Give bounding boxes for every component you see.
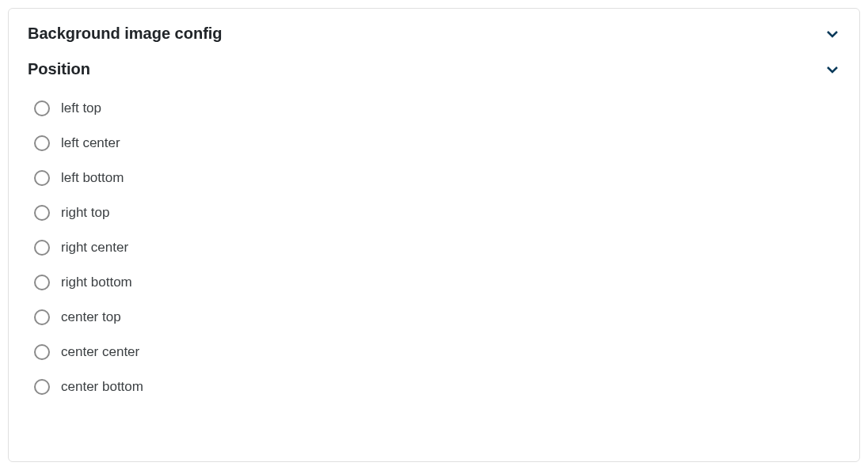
- radio-option-center-top[interactable]: center top: [34, 309, 840, 325]
- main-section-header[interactable]: Background image config: [28, 25, 840, 43]
- radio-option-center-bottom[interactable]: center bottom: [34, 379, 840, 395]
- radio-circle-icon: [34, 135, 50, 151]
- radio-circle-icon: [34, 205, 50, 221]
- radio-label: right top: [61, 205, 109, 221]
- radio-circle-icon: [34, 344, 50, 360]
- radio-label: center top: [61, 309, 121, 325]
- radio-label: left top: [61, 100, 101, 116]
- position-section-header[interactable]: Position: [28, 60, 840, 78]
- radio-circle-icon: [34, 379, 50, 395]
- radio-circle-icon: [34, 170, 50, 186]
- main-section-title: Background image config: [28, 25, 223, 43]
- radio-option-right-center[interactable]: right center: [34, 240, 840, 256]
- radio-label: right center: [61, 240, 128, 256]
- radio-label: left bottom: [61, 170, 124, 186]
- chevron-down-icon[interactable]: [824, 26, 840, 42]
- radio-option-left-center[interactable]: left center: [34, 135, 840, 151]
- config-panel: Background image config Position left to…: [8, 8, 860, 462]
- radio-label: right bottom: [61, 275, 132, 290]
- radio-option-right-top[interactable]: right top: [34, 205, 840, 221]
- radio-circle-icon: [34, 275, 50, 290]
- radio-circle-icon: [34, 240, 50, 256]
- radio-option-left-top[interactable]: left top: [34, 100, 840, 116]
- radio-label: center bottom: [61, 379, 143, 395]
- radio-option-right-bottom[interactable]: right bottom: [34, 275, 840, 290]
- chevron-down-icon[interactable]: [824, 62, 840, 78]
- radio-option-center-center[interactable]: center center: [34, 344, 840, 360]
- radio-label: center center: [61, 344, 139, 360]
- radio-label: left center: [61, 135, 120, 151]
- position-radio-list: left top left center left bottom right t…: [28, 100, 840, 395]
- radio-circle-icon: [34, 100, 50, 116]
- radio-option-left-bottom[interactable]: left bottom: [34, 170, 840, 186]
- radio-circle-icon: [34, 309, 50, 325]
- position-section-title: Position: [28, 60, 90, 78]
